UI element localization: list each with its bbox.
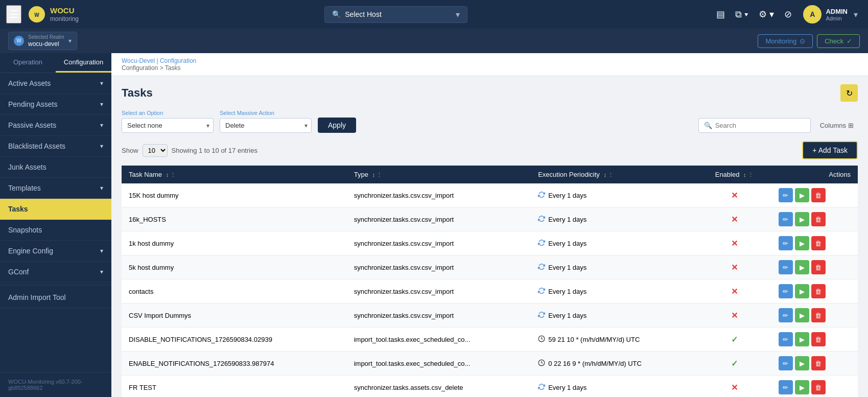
- hamburger-button[interactable]: ☰: [6, 5, 21, 24]
- run-button[interactable]: ▶: [795, 284, 809, 298]
- host-select-text: Select Host: [345, 10, 452, 18]
- cell-type: import_tool.tasks.exec_scheduled_co...: [347, 352, 531, 376]
- add-task-button[interactable]: + Add Task: [802, 141, 858, 159]
- delete-button[interactable]: 🗑: [811, 332, 826, 346]
- table-row: contacts synchronizer.tasks.csv.csv_impo…: [122, 279, 858, 303]
- chevron-down-icon: ▾: [100, 247, 103, 254]
- sidebar-item-junk-assets[interactable]: Junk Assets: [0, 157, 111, 178]
- cell-type: synchronizer.tasks.csv.csv_import: [347, 303, 531, 328]
- check-button[interactable]: Check ✓: [817, 34, 860, 48]
- columns-label: Columns: [820, 122, 846, 129]
- monitoring-button[interactable]: Monitoring ⊙: [758, 34, 813, 48]
- cell-type: import_tool.tasks.exec_scheduled_co...: [347, 328, 531, 352]
- sidebar-item-tasks[interactable]: Tasks: [0, 199, 111, 220]
- edit-button[interactable]: ✏: [779, 284, 793, 298]
- clipboard-icon-button[interactable]: ⧉ ▾: [732, 6, 752, 23]
- cell-task-name: 16k_HOSTS: [122, 207, 347, 231]
- run-button[interactable]: ▶: [795, 380, 809, 394]
- edit-button[interactable]: ✏: [779, 380, 793, 394]
- navbar: ☰ W WOCU monitoring 🔍 Select Host ▾ ▤ ⧉ …: [0, 0, 868, 29]
- svg-text:W: W: [34, 12, 39, 18]
- delete-button[interactable]: 🗑: [811, 260, 826, 274]
- sidebar-item-gconf[interactable]: GConf ▾: [0, 262, 111, 283]
- sidebar-item-engine-config[interactable]: Engine Config ▾: [0, 241, 111, 262]
- logo-icon: W: [28, 5, 46, 24]
- col-type: Type ↕ ⋮: [347, 166, 531, 183]
- search-input[interactable]: [715, 122, 805, 129]
- status-disabled-icon: ✕: [731, 383, 738, 392]
- user-area[interactable]: A ADMIN Admin ▾: [799, 3, 862, 26]
- realm-label: Selected Realm: [28, 34, 64, 40]
- realm-info: Selected Realm wocu-devel: [28, 34, 64, 48]
- select-option-dropdown[interactable]: Select none: [122, 118, 214, 133]
- select-option-group: Select an Option Select none ▾: [122, 110, 214, 133]
- run-button[interactable]: ▶: [795, 260, 809, 274]
- edit-button[interactable]: ✏: [779, 356, 793, 370]
- toolbar-right: 🔍 Columns ⊞: [698, 118, 858, 133]
- sort-icon[interactable]: ↕ ⋮: [743, 172, 754, 178]
- sort-icon[interactable]: ↕ ⋮: [166, 172, 176, 178]
- select-action-group: Select Massive Action Delete ▾: [220, 110, 312, 133]
- navbar-actions: ▤ ⧉ ▾ ⚙ ▾ ⊘ A ADMIN Admin ▾: [713, 3, 862, 26]
- sort-icon[interactable]: ↕ ⋮: [372, 172, 382, 178]
- sidebar-divider: [0, 285, 111, 285]
- sidebar-item-pending-assets[interactable]: Pending Assets ▾: [0, 94, 111, 115]
- delete-button[interactable]: 🗑: [811, 236, 826, 250]
- columns-icon: ⊞: [848, 122, 854, 129]
- run-button[interactable]: ▶: [795, 236, 809, 250]
- cell-enabled: ✕: [697, 207, 771, 231]
- notifications-icon-button[interactable]: ⊘: [781, 6, 795, 23]
- delete-button[interactable]: 🗑: [811, 284, 826, 298]
- user-role: Admin: [826, 15, 848, 21]
- edit-button[interactable]: ✏: [779, 212, 793, 226]
- sidebar-item-passive-assets[interactable]: Passive Assets ▾: [0, 115, 111, 136]
- cell-periodicity: 59 21 10 * (m/h/dM/MY/d) UTC: [531, 328, 697, 352]
- sidebar-item-templates[interactable]: Templates ▾: [0, 178, 111, 199]
- user-avatar: A: [803, 5, 822, 24]
- run-button[interactable]: ▶: [795, 308, 809, 322]
- page-header: Tasks ↻: [122, 84, 858, 102]
- status-disabled-icon: ✕: [731, 191, 738, 200]
- refresh-button[interactable]: ↻: [840, 84, 858, 102]
- realm-selector[interactable]: W Selected Realm wocu-devel ▾: [8, 32, 77, 50]
- sidebar-item-admin-import[interactable]: Admin Import Tool: [0, 287, 111, 308]
- edit-button[interactable]: ✏: [779, 260, 793, 274]
- delete-button[interactable]: 🗑: [811, 380, 826, 394]
- show-entries-select[interactable]: 10: [143, 144, 168, 157]
- cell-actions: ✏ ▶ 🗑: [771, 255, 858, 279]
- columns-button[interactable]: Columns ⊞: [816, 119, 858, 132]
- edit-button[interactable]: ✏: [779, 332, 793, 346]
- cell-enabled: ✕: [697, 255, 771, 279]
- delete-button[interactable]: 🗑: [811, 188, 826, 202]
- table-header-row: Task Name ↕ ⋮ Type ↕ ⋮ Execution Periodi…: [122, 166, 858, 183]
- settings-icon-button[interactable]: ⚙ ▾: [756, 6, 777, 23]
- apply-button[interactable]: Apply: [318, 118, 356, 133]
- documents-icon-button[interactable]: ▤: [713, 6, 728, 23]
- delete-button[interactable]: 🗑: [811, 308, 826, 322]
- host-select-dropdown[interactable]: 🔍 Select Host ▾: [324, 6, 467, 23]
- toolbar: Select an Option Select none ▾ Select Ma…: [122, 110, 858, 133]
- run-button[interactable]: ▶: [795, 356, 809, 370]
- select-action-dropdown[interactable]: Delete: [220, 118, 312, 133]
- edit-button[interactable]: ✏: [779, 236, 793, 250]
- cell-type: synchronizer.tasks.csv.csv_import: [347, 255, 531, 279]
- breadcrumb-top: Wocu-Devel | Configuration: [122, 57, 858, 64]
- sort-icon[interactable]: ↕ ⋮: [603, 172, 614, 178]
- run-button[interactable]: ▶: [795, 212, 809, 226]
- user-name: ADMIN: [826, 8, 848, 15]
- sidebar-item-active-assets[interactable]: Active Assets ▾: [0, 73, 111, 94]
- run-button[interactable]: ▶: [795, 188, 809, 202]
- chevron-down-icon: ▾: [100, 80, 103, 87]
- cell-actions: ✏ ▶ 🗑: [771, 183, 858, 207]
- tab-configuration[interactable]: Configuration: [56, 53, 111, 73]
- delete-button[interactable]: 🗑: [811, 212, 826, 226]
- cell-enabled: ✕: [697, 303, 771, 328]
- tab-operation[interactable]: Operation: [0, 53, 56, 73]
- run-button[interactable]: ▶: [795, 332, 809, 346]
- breadcrumb-bottom: Configuration > Tasks: [122, 64, 858, 72]
- sidebar-item-snapshots[interactable]: Snapshots: [0, 220, 111, 241]
- delete-button[interactable]: 🗑: [811, 356, 826, 370]
- edit-button[interactable]: ✏: [779, 308, 793, 322]
- sidebar-item-blacklisted-assets[interactable]: Blacklisted Assets ▾: [0, 136, 111, 157]
- edit-button[interactable]: ✏: [779, 188, 793, 202]
